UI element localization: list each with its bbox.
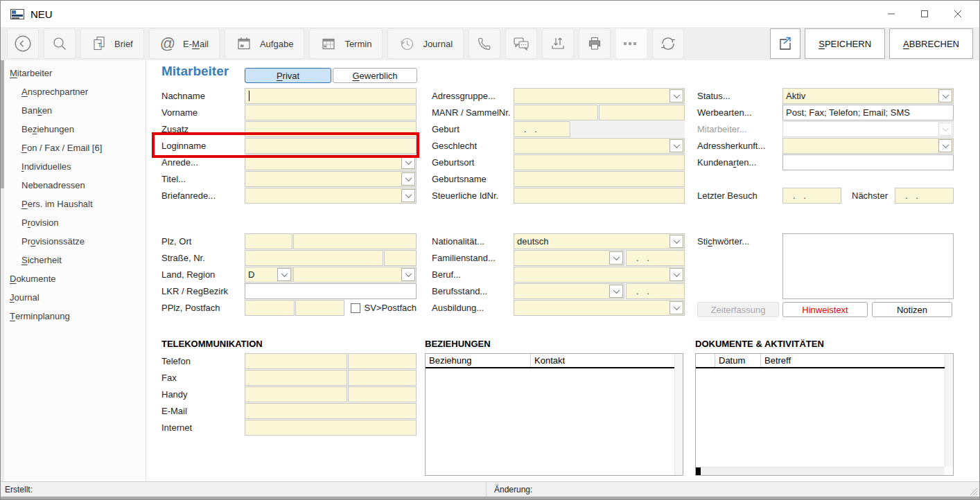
sidebar-item-terminplanung[interactable]: Terminplanung	[10, 309, 70, 323]
beruf-dropdown-button[interactable]	[670, 268, 683, 281]
berufsstand-dropdown-button[interactable]	[609, 285, 623, 298]
import-export-button[interactable]	[542, 28, 574, 59]
nationalitaet-combo[interactable]: deutsch	[514, 233, 685, 249]
termin-button[interactable]: Termin	[309, 28, 383, 59]
werbearten-field[interactable]: Post; Fax; Telefon; Email; SMS	[782, 105, 954, 120]
sammelnr-field[interactable]	[599, 105, 685, 120]
beruf-combo[interactable]	[514, 267, 685, 283]
nationalitaet-dropdown-button[interactable]	[670, 235, 683, 248]
land-combo[interactable]: D	[245, 267, 292, 283]
familienstand-date-field[interactable]: . .	[626, 250, 685, 266]
sidebar-item-provision[interactable]: Provision	[21, 215, 58, 229]
ausbildung-dropdown-button[interactable]	[670, 301, 683, 314]
speichern-button[interactable]: SPEICHERN	[805, 28, 885, 59]
tab-gewerblich[interactable]: Gewerblich	[333, 68, 417, 83]
column-header-datum[interactable]: Datum	[715, 354, 761, 367]
sidebar-item-ansprechpartner[interactable]: Ansprechpartner	[21, 84, 88, 98]
hausnr-field[interactable]	[384, 250, 417, 266]
column-header-blank[interactable]	[696, 354, 715, 367]
status-combo[interactable]: Aktiv	[782, 88, 954, 104]
sidebar-item-provisionssaetze[interactable]: Provisionssätze	[21, 234, 85, 248]
manr-field[interactable]	[514, 105, 598, 120]
close-button[interactable]	[946, 5, 970, 23]
ausbildung-combo[interactable]	[514, 300, 685, 316]
email-field[interactable]	[245, 403, 417, 419]
dokumente-horizontal-scrollbar[interactable]	[696, 467, 945, 475]
adressgruppe-dropdown-button[interactable]	[670, 89, 683, 102]
handy-vorwahl-field[interactable]	[245, 386, 347, 402]
scrollbar-thumb[interactable]	[696, 467, 701, 475]
journal-button[interactable]: Journal	[387, 28, 464, 59]
beziehungen-vertical-scrollbar[interactable]	[674, 354, 683, 475]
sidebar-item-journal[interactable]: Journal	[10, 290, 40, 304]
hinweistext-button[interactable]: Hinweistext	[782, 302, 868, 317]
vorname-field[interactable]	[245, 105, 417, 120]
anrede-combo[interactable]	[245, 154, 417, 170]
sidebar-item-nebenadressen[interactable]: Nebenadressen	[21, 178, 85, 192]
plz-field[interactable]	[245, 233, 292, 249]
sidebar-item-sicherheit[interactable]: Sicherheit	[21, 253, 62, 267]
sidebar-item-individuelles[interactable]: Individuelles	[21, 159, 71, 173]
lkr-field[interactable]	[245, 283, 417, 299]
fax-field[interactable]	[348, 370, 417, 386]
aufgabe-button[interactable]: Aufgabe	[225, 28, 304, 59]
beziehungen-list[interactable]	[426, 370, 674, 475]
region-combo[interactable]	[293, 267, 417, 283]
more-button[interactable]	[615, 28, 647, 59]
telefon-field[interactable]	[348, 353, 417, 369]
zusatz-field[interactable]	[245, 121, 417, 137]
phone-button[interactable]	[469, 28, 500, 59]
familienstand-dropdown-button[interactable]	[609, 251, 623, 265]
tab-privat[interactable]: Privat	[245, 68, 331, 83]
dokumente-vertical-scrollbar[interactable]	[945, 354, 953, 467]
geburt-date-field[interactable]: . .	[514, 121, 570, 137]
sidebar-item-fon-fax-email[interactable]: Fon / Fax / Email [6]	[21, 141, 102, 154]
adressgruppe-combo[interactable]	[514, 88, 685, 104]
geschlecht-dropdown-button[interactable]	[670, 139, 683, 152]
internet-field[interactable]	[245, 420, 417, 436]
land-dropdown-button[interactable]	[277, 268, 291, 281]
telefon-vorwahl-field[interactable]	[245, 353, 347, 369]
sidebar-item-beziehungen[interactable]: Beziehungen	[21, 122, 74, 136]
minimize-button[interactable]	[880, 5, 903, 23]
chat-button[interactable]	[505, 28, 537, 59]
ort-field[interactable]	[293, 233, 417, 249]
geschlecht-combo[interactable]	[514, 138, 685, 154]
strasse-field[interactable]	[245, 250, 383, 266]
abbrechen-button[interactable]: ABBRECHEN	[889, 28, 973, 59]
dokumente-list[interactable]	[696, 370, 945, 467]
brief-button[interactable]: T Brief	[80, 28, 144, 59]
column-header-betreff[interactable]: Betreff	[761, 354, 953, 367]
region-dropdown-button[interactable]	[401, 268, 415, 281]
sidebar-item-pers-im-haushalt[interactable]: Pers. im Haushalt	[21, 197, 93, 211]
sidebar-item-mitarbeiter[interactable]: Mitarbeiter	[10, 66, 52, 80]
adressherkunft-dropdown-button[interactable]	[938, 139, 952, 152]
share-button[interactable]	[770, 28, 800, 59]
steuer-idnr-field[interactable]	[514, 188, 685, 204]
sidebar-scrollbar[interactable]	[1, 60, 4, 481]
handy-field[interactable]	[348, 386, 417, 402]
adressherkunft-combo[interactable]	[782, 138, 954, 154]
briefanrede-combo[interactable]	[245, 188, 417, 204]
kundenarten-field[interactable]	[782, 154, 954, 170]
loginname-field[interactable]	[245, 138, 417, 154]
email-button[interactable]: @ E-Mail	[149, 28, 220, 59]
briefanrede-dropdown-button[interactable]	[401, 189, 415, 202]
postfach-field[interactable]	[295, 300, 344, 316]
berufsstand-date-field[interactable]: . .	[626, 283, 685, 299]
geburtsname-field[interactable]	[514, 171, 685, 187]
geburtsort-field[interactable]	[514, 154, 685, 170]
titel-dropdown-button[interactable]	[401, 172, 415, 186]
sv-postfach-checkbox[interactable]: SV>Postfach	[351, 303, 417, 313]
stichwoerter-textarea[interactable]	[782, 233, 954, 299]
column-header-beziehung[interactable]: Beziehung	[426, 354, 531, 367]
familienstand-combo[interactable]	[514, 250, 624, 266]
sidebar-item-banken[interactable]: Banken	[21, 103, 52, 117]
fax-vorwahl-field[interactable]	[245, 370, 347, 386]
anrede-dropdown-button[interactable]	[401, 156, 415, 169]
refresh-button[interactable]	[652, 28, 684, 59]
back-button[interactable]	[7, 28, 39, 59]
column-header-kontakt[interactable]: Kontakt	[531, 354, 683, 367]
print-button[interactable]	[579, 28, 611, 59]
pplz-field[interactable]	[245, 300, 295, 316]
